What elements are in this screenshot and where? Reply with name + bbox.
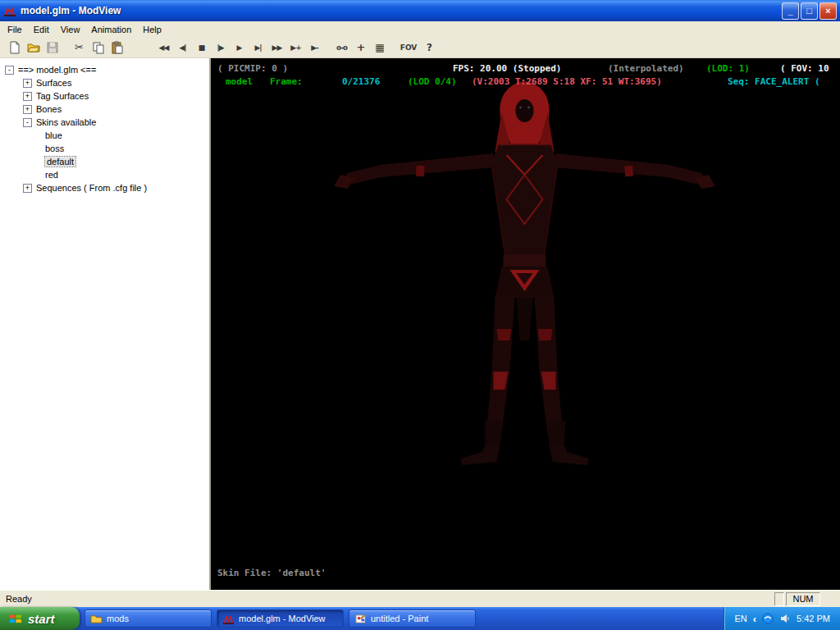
taskbar: start mods model.glm - ModView	[0, 607, 840, 630]
pause-play-icon: |▶	[217, 43, 223, 52]
fast-forward-icon: ▶▶	[272, 43, 282, 52]
speed-up-button[interactable]: ▶+	[286, 39, 305, 57]
close-button[interactable]: ×	[819, 2, 837, 20]
tree-skin-blue[interactable]: blue	[2, 129, 208, 142]
collapse-icon[interactable]: -	[23, 118, 32, 127]
copy-button[interactable]	[89, 39, 107, 57]
modview-window: model.glm - ModView _ □ × File Edit View…	[0, 0, 840, 607]
menu-help[interactable]: Help	[137, 23, 167, 36]
tree-item-label: Bones	[36, 104, 62, 114]
tree-item-bones[interactable]: + Bones	[2, 103, 208, 116]
center-view-button[interactable]: +	[351, 39, 370, 57]
cut-icon: ✂	[75, 41, 84, 53]
tray-network-icon[interactable]	[762, 613, 774, 624]
titlebar[interactable]: model.glm - ModView _ □ ×	[0, 0, 840, 21]
grid-button[interactable]: ▦	[370, 39, 389, 57]
tree-item-surfaces[interactable]: + Surfaces	[2, 76, 208, 89]
start-button[interactable]: start	[0, 607, 80, 630]
center-view-icon: +	[357, 41, 365, 53]
tray-chevron-icon[interactable]: ‹	[753, 613, 756, 625]
paste-icon	[111, 41, 124, 54]
next-frame-icon: ▶|	[254, 43, 261, 52]
tree-root-row[interactable]: - ==> model.glm <==	[2, 63, 208, 76]
paint-icon	[354, 613, 367, 625]
lod-status: (LOD: 1)	[706, 63, 750, 74]
pause-play-button[interactable]: |▶	[211, 39, 230, 57]
fps-status: FPS: 20.00 (Stopped)	[453, 63, 561, 74]
speed-down-button[interactable]: ▶-	[305, 39, 324, 57]
task-modview[interactable]: model.glm - ModView	[217, 609, 344, 628]
modview-app-icon	[3, 4, 16, 17]
expand-icon[interactable]: +	[23, 92, 32, 101]
tree-skin-default[interactable]: default	[2, 155, 208, 168]
tree-root-label: ==> model.glm <==	[18, 65, 96, 75]
stop-icon: ■	[199, 43, 205, 52]
skin-item-label: boss	[45, 144, 64, 153]
skin-item-label-selected: default	[45, 157, 75, 167]
tree-item-tag-surfaces[interactable]: + Tag Surfaces	[2, 89, 208, 103]
new-file-icon	[8, 41, 21, 54]
minimize-button[interactable]: _	[782, 2, 799, 20]
expand-icon[interactable]: +	[23, 79, 32, 88]
tree-item-sequences[interactable]: + Sequences ( From .cfg file )	[2, 181, 208, 194]
interpolated-status: (Interpolated)	[608, 63, 684, 74]
tree-skin-boss[interactable]: boss	[2, 142, 208, 155]
geometry-stats: (V:2003 T:2689 S:18 XF: 51 WT:3695)	[472, 76, 662, 87]
main-content: - ==> model.glm <== + Surfaces + Tag Sur…	[0, 58, 840, 590]
expand-icon[interactable]: +	[23, 184, 32, 193]
frame-value: 0/21376	[342, 76, 380, 87]
help-icon: ?	[427, 42, 432, 53]
menubar: File Edit View Animation Help	[0, 21, 840, 37]
window-controls: _ □ ×	[782, 2, 837, 20]
tree-item-skins[interactable]: - Skins available	[2, 116, 208, 129]
save-file-button[interactable]	[43, 39, 62, 57]
num-lock-indicator: NUM	[786, 592, 820, 606]
sequence-status: Seq: FACE_ALERT (	[728, 76, 820, 87]
cut-button[interactable]: ✂	[70, 39, 89, 57]
save-disk-icon	[46, 41, 59, 54]
modview-task-icon	[222, 613, 235, 625]
bounds-button[interactable]: o-o	[332, 39, 351, 57]
open-file-button[interactable]	[24, 39, 43, 57]
help-button[interactable]: ?	[420, 39, 439, 57]
menu-edit[interactable]: Edit	[28, 23, 55, 36]
prev-frame-button[interactable]: ◀|	[173, 39, 192, 57]
tree-skin-red[interactable]: red	[2, 168, 208, 181]
collapse-icon[interactable]: -	[5, 66, 14, 75]
new-file-button[interactable]	[5, 39, 24, 57]
task-label: model.glm - ModView	[239, 614, 326, 623]
fov-icon: FOV	[400, 43, 418, 52]
window-title: model.glm - ModView	[21, 5, 778, 16]
task-label: mods	[107, 614, 129, 623]
menu-animation[interactable]: Animation	[85, 23, 137, 36]
frame-label: Frame:	[270, 76, 303, 87]
tray-volume-icon[interactable]	[779, 613, 791, 624]
close-icon: ×	[825, 6, 830, 16]
viewport-3d[interactable]: ( PICMIP: 0 ) FPS: 20.00 (Stopped) (Inte…	[211, 58, 840, 590]
paste-button[interactable]	[107, 39, 126, 57]
skin-item-label: red	[45, 170, 58, 180]
language-indicator[interactable]: EN	[734, 614, 746, 623]
task-paint[interactable]: untitled - Paint	[349, 609, 476, 628]
rewind-start-button[interactable]: ◀◀	[154, 39, 173, 57]
tree-item-label: Sequences ( From .cfg file )	[36, 183, 147, 193]
clock[interactable]: 5:42 PM	[797, 614, 830, 623]
stop-button[interactable]: ■	[192, 39, 211, 57]
expand-icon[interactable]: +	[23, 105, 32, 114]
start-label: start	[28, 612, 55, 626]
status-empty-panel	[774, 592, 784, 606]
maximize-button[interactable]: □	[801, 2, 818, 20]
model-tree-panel: - ==> model.glm <== + Surfaces + Tag Sur…	[0, 58, 211, 590]
fast-forward-button[interactable]: ▶▶	[267, 39, 286, 57]
bounds-icon: o-o	[336, 43, 347, 52]
maximize-icon: □	[806, 6, 812, 16]
play-button[interactable]: ▶	[230, 39, 249, 57]
grid-icon: ▦	[375, 42, 383, 53]
speed-down-icon: ▶-	[311, 43, 318, 52]
next-frame-button[interactable]: ▶|	[249, 39, 267, 57]
menu-view[interactable]: View	[55, 23, 86, 36]
fov-button[interactable]: FOV	[397, 39, 420, 57]
lod-frame-status: (LOD 0/4)	[408, 76, 457, 87]
task-mods-folder[interactable]: mods	[84, 609, 212, 628]
menu-file[interactable]: File	[2, 23, 28, 36]
